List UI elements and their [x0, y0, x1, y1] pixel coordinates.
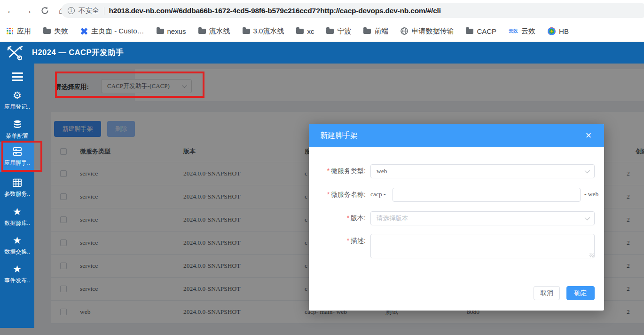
description-textarea[interactable]	[370, 234, 595, 258]
bookmark-folder[interactable]: 前端	[363, 27, 388, 36]
back-button[interactable]: ←	[4, 3, 18, 17]
bookmark-label: 主页面 - Custo…	[91, 27, 144, 36]
bookmark-label: 申请数据传输	[411, 27, 454, 36]
field-label: *描述:	[309, 237, 366, 245]
bookmark-label: 前端	[374, 27, 388, 36]
bookmark-label: 应用	[17, 27, 31, 36]
info-icon[interactable]: i	[68, 7, 75, 14]
bookmark-folder[interactable]: CACP	[466, 27, 496, 35]
app-header: H2024 — CACP开发助手	[0, 42, 644, 64]
bookmark-data-transfer[interactable]: 申请数据传输	[401, 27, 454, 36]
field-label: *微服务名称:	[309, 191, 366, 199]
security-label: 不安全	[79, 6, 99, 15]
sidebar-item-data-source[interactable]: ★ 数据源库..	[0, 202, 34, 231]
url-divider	[104, 7, 104, 15]
colorful-circle-icon	[548, 27, 556, 35]
bookmark-folder[interactable]: 宁波	[326, 27, 351, 36]
modal-overlay	[0, 328, 34, 335]
folder-icon	[363, 29, 371, 34]
bookmark-folder[interactable]: 失效	[43, 27, 68, 36]
sidebar: ⚙ 应用登记.. 菜单配置 应用脚手.	[0, 64, 34, 328]
bookmark-yunxiao[interactable]: 云效 云效	[509, 27, 535, 36]
table-icon	[12, 177, 22, 188]
bookmark-apps[interactable]: 应用	[7, 27, 31, 36]
form-row-name: *微服务名称: cacp - - web	[309, 188, 604, 202]
chevron-down-icon	[585, 215, 590, 220]
server-icon	[12, 146, 23, 157]
blue-x-icon	[80, 27, 88, 35]
address-bar[interactable]: i 不安全 h2018.dev-nb.com/#/6ddba66b-1672-4…	[61, 3, 644, 18]
sidebar-item-label: 事件发布..	[4, 277, 30, 285]
confirm-button[interactable]: 确定	[566, 286, 595, 300]
required-mark: *	[347, 237, 349, 244]
reload-icon	[40, 6, 49, 15]
bookmark-label: 流水线	[209, 27, 230, 36]
form-row-version: *版本: 请选择版本	[309, 211, 604, 225]
database-icon	[12, 120, 23, 130]
chevron-down-icon	[585, 168, 590, 173]
cancel-button[interactable]: 取消	[534, 286, 560, 300]
sidebar-item-label: 数据源库..	[4, 219, 30, 227]
microservice-name-input[interactable]	[393, 188, 581, 202]
select-placeholder: 请选择版本	[377, 214, 585, 223]
star-icon: ★	[13, 235, 22, 246]
bookmark-homepage[interactable]: 主页面 - Custo…	[80, 27, 144, 36]
close-icon[interactable]: ×	[581, 128, 596, 143]
folder-icon	[296, 29, 304, 34]
sidebar-item-app-register[interactable]: ⚙ 应用登记..	[0, 86, 34, 115]
bookmarks-bar: 应用 失效 主页面 - Custo… nexus 流水线 3.0流水线 xc	[0, 21, 644, 42]
globe-icon	[401, 27, 408, 35]
sidebar-item-label: 应用脚手..	[4, 159, 30, 167]
required-mark: *	[327, 191, 330, 198]
name-prefix: cacp -	[370, 191, 386, 198]
bookmark-label: 失效	[54, 27, 68, 36]
sidebar-item-param-service[interactable]: 参数服务..	[0, 173, 34, 202]
reload-button[interactable]	[38, 3, 52, 17]
field-label: *微服务类型:	[309, 167, 366, 175]
folder-icon	[198, 29, 206, 34]
bookmark-folder[interactable]: nexus	[157, 27, 186, 35]
folder-icon	[466, 29, 473, 34]
yunxiao-icon: 云效	[509, 28, 518, 34]
sidebar-item-label: 菜单配置	[6, 132, 29, 140]
sidebar-item-event-publish[interactable]: ★ 事件发布..	[0, 260, 34, 289]
bookmark-label: xc	[307, 27, 314, 35]
form-row-type: *微服务类型: web	[309, 164, 604, 178]
forward-button[interactable]: →	[21, 3, 35, 17]
bookmark-label: 云效	[521, 27, 535, 36]
sidebar-item-app-scaffold[interactable]: 应用脚手..	[0, 142, 34, 172]
field-label: *版本:	[309, 214, 366, 223]
app-logo-icon	[4, 43, 25, 63]
browser-toolbar: ← → ⌂ i 不安全 h2018.dev-nb.com/#/6ddba66b-…	[0, 0, 644, 21]
sidebar-item-label: 参数服务..	[4, 190, 30, 198]
bookmark-label: CACP	[477, 27, 496, 35]
bookmark-hb[interactable]: HB	[548, 27, 569, 35]
bookmark-label: 3.0流水线	[253, 27, 284, 36]
bookmark-folder[interactable]: 3.0流水线	[243, 27, 284, 36]
sidebar-item-menu-config[interactable]: 菜单配置	[0, 115, 34, 144]
sidebar-item-data-exchange[interactable]: ★ 数据交换..	[0, 231, 34, 260]
select-value: web	[377, 168, 585, 175]
microservice-type-select[interactable]: web	[370, 164, 595, 178]
required-mark: *	[347, 214, 349, 222]
folder-icon	[157, 29, 164, 34]
bookmark-folder[interactable]: xc	[296, 27, 314, 35]
star-icon: ★	[13, 264, 22, 274]
sidebar-item-label: 应用登记..	[4, 103, 30, 111]
dialog-title: 新建脚手架	[320, 131, 358, 141]
name-suffix: - web	[584, 191, 598, 198]
hamburger-menu-icon[interactable]	[0, 68, 34, 85]
version-select[interactable]: 请选择版本	[370, 211, 595, 225]
folder-icon	[243, 29, 250, 34]
bookmark-label: nexus	[167, 27, 186, 35]
folder-icon	[43, 29, 51, 34]
url-text: h2018.dev-nb.com/#/6ddba66b-1672-4cd5-98…	[109, 7, 441, 15]
screen: ← → ⌂ i 不安全 h2018.dev-nb.com/#/6ddba66b-…	[0, 0, 644, 335]
bookmark-folder[interactable]: 流水线	[198, 27, 230, 36]
sidebar-item-label: 数据交换..	[4, 248, 30, 256]
bookmark-label: HB	[559, 27, 569, 35]
star-icon: ★	[13, 207, 22, 217]
folder-icon	[326, 29, 334, 34]
new-scaffold-dialog: 新建脚手架 × *微服务类型: web *微服务名称: cacp - - web…	[309, 124, 604, 311]
bookmark-label: 宁波	[337, 27, 351, 36]
